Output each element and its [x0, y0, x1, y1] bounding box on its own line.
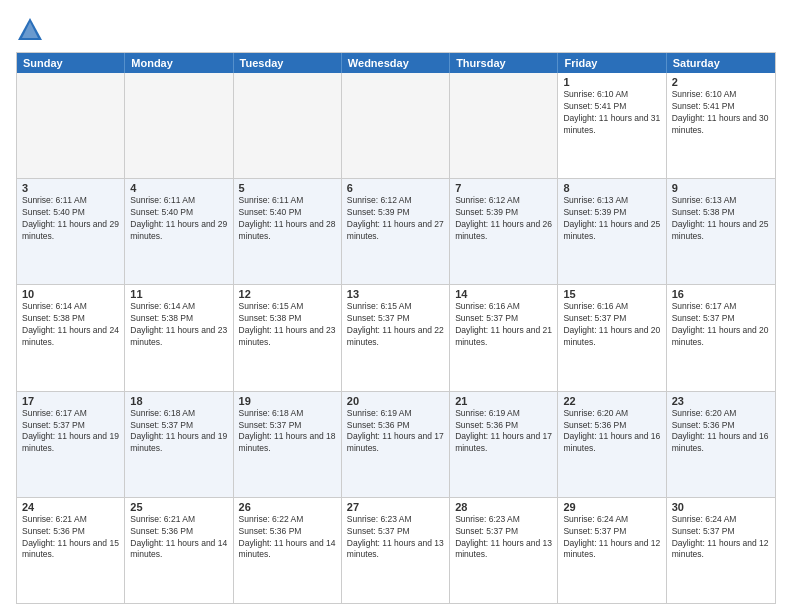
- day-info: Sunrise: 6:20 AMSunset: 5:36 PMDaylight:…: [672, 408, 770, 456]
- day-number: 2: [672, 76, 770, 88]
- day-number: 22: [563, 395, 660, 407]
- day-number: 4: [130, 182, 227, 194]
- empty-cell: [342, 73, 450, 178]
- day-info: Sunrise: 6:14 AMSunset: 5:38 PMDaylight:…: [22, 301, 119, 349]
- day-cell-10: 10Sunrise: 6:14 AMSunset: 5:38 PMDayligh…: [17, 285, 125, 390]
- day-info: Sunrise: 6:10 AMSunset: 5:41 PMDaylight:…: [672, 89, 770, 137]
- day-info: Sunrise: 6:13 AMSunset: 5:39 PMDaylight:…: [563, 195, 660, 243]
- day-number: 27: [347, 501, 444, 513]
- day-number: 19: [239, 395, 336, 407]
- day-number: 20: [347, 395, 444, 407]
- day-info: Sunrise: 6:17 AMSunset: 5:37 PMDaylight:…: [22, 408, 119, 456]
- day-cell-22: 22Sunrise: 6:20 AMSunset: 5:36 PMDayligh…: [558, 392, 666, 497]
- calendar-row-3: 17Sunrise: 6:17 AMSunset: 5:37 PMDayligh…: [17, 391, 775, 497]
- logo-icon: [16, 16, 44, 44]
- day-number: 8: [563, 182, 660, 194]
- day-cell-2: 2Sunrise: 6:10 AMSunset: 5:41 PMDaylight…: [667, 73, 775, 178]
- logo: [16, 16, 46, 44]
- day-of-week-friday: Friday: [558, 53, 666, 73]
- day-info: Sunrise: 6:14 AMSunset: 5:38 PMDaylight:…: [130, 301, 227, 349]
- day-info: Sunrise: 6:10 AMSunset: 5:41 PMDaylight:…: [563, 89, 660, 137]
- day-number: 17: [22, 395, 119, 407]
- day-cell-19: 19Sunrise: 6:18 AMSunset: 5:37 PMDayligh…: [234, 392, 342, 497]
- day-cell-5: 5Sunrise: 6:11 AMSunset: 5:40 PMDaylight…: [234, 179, 342, 284]
- day-number: 16: [672, 288, 770, 300]
- day-of-week-monday: Monday: [125, 53, 233, 73]
- empty-cell: [450, 73, 558, 178]
- day-info: Sunrise: 6:20 AMSunset: 5:36 PMDaylight:…: [563, 408, 660, 456]
- day-number: 3: [22, 182, 119, 194]
- day-info: Sunrise: 6:21 AMSunset: 5:36 PMDaylight:…: [130, 514, 227, 562]
- calendar-row-4: 24Sunrise: 6:21 AMSunset: 5:36 PMDayligh…: [17, 497, 775, 603]
- day-info: Sunrise: 6:24 AMSunset: 5:37 PMDaylight:…: [563, 514, 660, 562]
- day-info: Sunrise: 6:21 AMSunset: 5:36 PMDaylight:…: [22, 514, 119, 562]
- day-info: Sunrise: 6:15 AMSunset: 5:38 PMDaylight:…: [239, 301, 336, 349]
- day-cell-13: 13Sunrise: 6:15 AMSunset: 5:37 PMDayligh…: [342, 285, 450, 390]
- calendar-row-1: 3Sunrise: 6:11 AMSunset: 5:40 PMDaylight…: [17, 178, 775, 284]
- day-info: Sunrise: 6:19 AMSunset: 5:36 PMDaylight:…: [455, 408, 552, 456]
- day-number: 25: [130, 501, 227, 513]
- day-cell-8: 8Sunrise: 6:13 AMSunset: 5:39 PMDaylight…: [558, 179, 666, 284]
- day-number: 28: [455, 501, 552, 513]
- day-cell-4: 4Sunrise: 6:11 AMSunset: 5:40 PMDaylight…: [125, 179, 233, 284]
- day-of-week-sunday: Sunday: [17, 53, 125, 73]
- day-number: 1: [563, 76, 660, 88]
- day-cell-28: 28Sunrise: 6:23 AMSunset: 5:37 PMDayligh…: [450, 498, 558, 603]
- day-info: Sunrise: 6:12 AMSunset: 5:39 PMDaylight:…: [455, 195, 552, 243]
- day-cell-14: 14Sunrise: 6:16 AMSunset: 5:37 PMDayligh…: [450, 285, 558, 390]
- day-of-week-wednesday: Wednesday: [342, 53, 450, 73]
- day-cell-20: 20Sunrise: 6:19 AMSunset: 5:36 PMDayligh…: [342, 392, 450, 497]
- day-number: 23: [672, 395, 770, 407]
- day-info: Sunrise: 6:11 AMSunset: 5:40 PMDaylight:…: [130, 195, 227, 243]
- day-number: 26: [239, 501, 336, 513]
- day-cell-12: 12Sunrise: 6:15 AMSunset: 5:38 PMDayligh…: [234, 285, 342, 390]
- day-info: Sunrise: 6:19 AMSunset: 5:36 PMDaylight:…: [347, 408, 444, 456]
- day-number: 29: [563, 501, 660, 513]
- day-cell-27: 27Sunrise: 6:23 AMSunset: 5:37 PMDayligh…: [342, 498, 450, 603]
- day-number: 15: [563, 288, 660, 300]
- day-cell-30: 30Sunrise: 6:24 AMSunset: 5:37 PMDayligh…: [667, 498, 775, 603]
- day-number: 30: [672, 501, 770, 513]
- day-info: Sunrise: 6:17 AMSunset: 5:37 PMDaylight:…: [672, 301, 770, 349]
- day-cell-1: 1Sunrise: 6:10 AMSunset: 5:41 PMDaylight…: [558, 73, 666, 178]
- day-number: 14: [455, 288, 552, 300]
- day-info: Sunrise: 6:18 AMSunset: 5:37 PMDaylight:…: [239, 408, 336, 456]
- day-info: Sunrise: 6:12 AMSunset: 5:39 PMDaylight:…: [347, 195, 444, 243]
- day-info: Sunrise: 6:24 AMSunset: 5:37 PMDaylight:…: [672, 514, 770, 562]
- day-cell-18: 18Sunrise: 6:18 AMSunset: 5:37 PMDayligh…: [125, 392, 233, 497]
- empty-cell: [125, 73, 233, 178]
- page: SundayMondayTuesdayWednesdayThursdayFrid…: [0, 0, 792, 612]
- day-cell-16: 16Sunrise: 6:17 AMSunset: 5:37 PMDayligh…: [667, 285, 775, 390]
- day-cell-3: 3Sunrise: 6:11 AMSunset: 5:40 PMDaylight…: [17, 179, 125, 284]
- day-number: 13: [347, 288, 444, 300]
- empty-cell: [17, 73, 125, 178]
- day-cell-21: 21Sunrise: 6:19 AMSunset: 5:36 PMDayligh…: [450, 392, 558, 497]
- day-info: Sunrise: 6:11 AMSunset: 5:40 PMDaylight:…: [22, 195, 119, 243]
- day-number: 5: [239, 182, 336, 194]
- day-cell-23: 23Sunrise: 6:20 AMSunset: 5:36 PMDayligh…: [667, 392, 775, 497]
- day-info: Sunrise: 6:18 AMSunset: 5:37 PMDaylight:…: [130, 408, 227, 456]
- day-number: 18: [130, 395, 227, 407]
- calendar: SundayMondayTuesdayWednesdayThursdayFrid…: [16, 52, 776, 604]
- day-number: 9: [672, 182, 770, 194]
- day-info: Sunrise: 6:16 AMSunset: 5:37 PMDaylight:…: [455, 301, 552, 349]
- calendar-body: 1Sunrise: 6:10 AMSunset: 5:41 PMDaylight…: [17, 73, 775, 603]
- day-cell-17: 17Sunrise: 6:17 AMSunset: 5:37 PMDayligh…: [17, 392, 125, 497]
- calendar-row-2: 10Sunrise: 6:14 AMSunset: 5:38 PMDayligh…: [17, 284, 775, 390]
- day-cell-25: 25Sunrise: 6:21 AMSunset: 5:36 PMDayligh…: [125, 498, 233, 603]
- day-info: Sunrise: 6:22 AMSunset: 5:36 PMDaylight:…: [239, 514, 336, 562]
- calendar-row-0: 1Sunrise: 6:10 AMSunset: 5:41 PMDaylight…: [17, 73, 775, 178]
- day-number: 6: [347, 182, 444, 194]
- day-of-week-tuesday: Tuesday: [234, 53, 342, 73]
- day-info: Sunrise: 6:15 AMSunset: 5:37 PMDaylight:…: [347, 301, 444, 349]
- day-cell-29: 29Sunrise: 6:24 AMSunset: 5:37 PMDayligh…: [558, 498, 666, 603]
- day-info: Sunrise: 6:11 AMSunset: 5:40 PMDaylight:…: [239, 195, 336, 243]
- day-info: Sunrise: 6:23 AMSunset: 5:37 PMDaylight:…: [455, 514, 552, 562]
- day-cell-26: 26Sunrise: 6:22 AMSunset: 5:36 PMDayligh…: [234, 498, 342, 603]
- day-of-week-saturday: Saturday: [667, 53, 775, 73]
- day-info: Sunrise: 6:16 AMSunset: 5:37 PMDaylight:…: [563, 301, 660, 349]
- day-info: Sunrise: 6:13 AMSunset: 5:38 PMDaylight:…: [672, 195, 770, 243]
- day-cell-7: 7Sunrise: 6:12 AMSunset: 5:39 PMDaylight…: [450, 179, 558, 284]
- day-cell-15: 15Sunrise: 6:16 AMSunset: 5:37 PMDayligh…: [558, 285, 666, 390]
- day-number: 11: [130, 288, 227, 300]
